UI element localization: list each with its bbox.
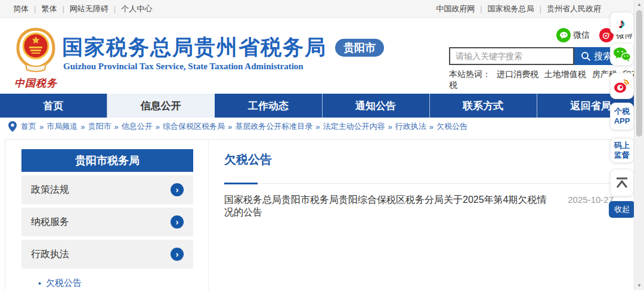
city-badge[interactable]: 贵阳市 <box>335 39 384 57</box>
breadcrumb-item[interactable]: 市局频道 <box>47 121 78 132</box>
chevron-right-icon: › <box>171 215 184 229</box>
chevron-right-icon: › <box>171 248 184 261</box>
breadcrumb-item[interactable]: 欠税公告 <box>436 121 467 132</box>
nav-item-notices[interactable]: 通知公告 <box>323 94 430 118</box>
vertical-scrollbar[interactable]: ▲ ▼ <box>634 0 644 290</box>
national-emblem-icon <box>13 26 59 73</box>
hot-words-label: 本站热词： <box>449 69 491 79</box>
link-personal-center[interactable]: 个人中心 <box>121 4 152 14</box>
breadcrumb-item[interactable]: 法定主动公开内容 <box>323 121 385 132</box>
bullet-icon: • <box>38 279 41 288</box>
breadcrumb-separator: » <box>228 122 232 131</box>
top-utility-bar: 简体 | 繁体 | 网站无障碍 | 个人中心 中国政府网 | 国家税务总局 | … <box>0 0 644 18</box>
breadcrumb: 首页 » 市局频道 » 贵阳市 » 信息公开 » 综合保税区税务局 » 基层政务… <box>8 121 467 132</box>
search-input[interactable] <box>449 47 574 65</box>
chevron-right-icon: › <box>171 183 184 196</box>
sidebar-item-label: 纳税服务 <box>31 216 69 229</box>
scrollbar-down-arrow[interactable]: ▼ <box>634 283 644 288</box>
sidebar-item-label: 政策法规 <box>31 184 69 196</box>
topbar-divider: | <box>480 4 482 13</box>
breadcrumb-item[interactable]: 信息公开 <box>122 121 153 132</box>
topbar-left-links: 简体 | 繁体 | 网站无障碍 | 个人中心 <box>13 4 152 14</box>
sidebar: 贵阳市税务局 政策法规 › 纳税服务 › 行政执法 › • 欠税公告 <box>21 149 193 289</box>
site-header: 中国税务 国家税务总局贵州省税务局 贵阳市 Guizhou Provincial… <box>0 18 644 94</box>
page: 简体 | 繁体 | 网站无障碍 | 个人中心 中国政府网 | 国家税务总局 | … <box>0 0 644 290</box>
breadcrumb-separator: » <box>156 122 160 131</box>
sidebar-item-label: 行政执法 <box>31 248 69 261</box>
nav-item-info-disclosure[interactable]: 信息公开 <box>107 94 215 118</box>
topbar-divider: | <box>540 4 541 13</box>
nav-item-home[interactable]: 首页 <box>0 94 107 118</box>
douyin-widget[interactable]: ♪ <box>610 12 634 35</box>
collapse-button[interactable]: 收起 <box>609 201 635 218</box>
search-bar: 搜索 <box>449 47 618 65</box>
nav-item-contact[interactable]: 联系方式 <box>430 94 537 118</box>
personal-tax-app-label: 个税APP <box>613 107 631 125</box>
breadcrumb-item[interactable]: 基层政务公开标准目录 <box>235 121 312 132</box>
column-divider <box>208 140 209 290</box>
scrollbar-thumb[interactable] <box>636 10 642 137</box>
magnifier-icon <box>581 51 591 61</box>
article-list-item[interactable]: 国家税务总局贵阳市税务局贵阳综合保税区税务分局关于2025年第4期欠税情况的公告… <box>224 194 614 219</box>
sidebar-title: 贵阳市税务局 <box>21 149 193 172</box>
link-china-gov[interactable]: 中国政府网 <box>436 4 475 14</box>
topbar-right-links: 中国政府网 | 国家税务总局 | 贵州省人民政府 <box>436 4 601 14</box>
site-title: 国家税务总局贵州省税务局 <box>62 33 327 61</box>
weibo-icon <box>613 78 631 94</box>
main-content: 欠税公告 国家税务总局贵阳市税务局贵阳综合保税区税务分局关于2025年第4期欠税… <box>224 140 614 219</box>
breadcrumb-separator: » <box>80 122 85 131</box>
scrollbar-up-arrow[interactable]: ▲ <box>634 2 644 7</box>
article-title[interactable]: 国家税务总局贵阳市税务局贵阳综合保税区税务分局关于2025年第4期欠税情况的公告 <box>224 194 556 219</box>
search-button-label: 搜索 <box>594 51 612 62</box>
topbar-divider: | <box>62 4 64 13</box>
main-nav: 首页 信息公开 工作动态 通知公告 联系方式 返回省局 <box>0 94 644 118</box>
sidebar-subitem-tax-arrears-notice[interactable]: • 欠税公告 <box>21 277 193 289</box>
douyin-icon: ♪ <box>618 17 626 30</box>
sidebar-item-administrative-enforcement[interactable]: 行政执法 › <box>21 240 193 269</box>
breadcrumb-item[interactable]: 综合保税区税务局 <box>163 121 225 132</box>
wechat-icon[interactable] <box>556 28 571 42</box>
weibo-widget[interactable] <box>610 73 634 99</box>
location-pin-icon <box>8 121 17 132</box>
breadcrumb-item[interactable]: 行政执法 <box>395 121 426 132</box>
link-guizhou-gov[interactable]: 贵州省人民政府 <box>547 4 601 14</box>
topbar-divider: | <box>114 4 116 13</box>
breadcrumb-separator: » <box>114 122 118 131</box>
sidebar-item-tax-services[interactable]: 纳税服务 › <box>21 208 193 236</box>
breadcrumb-item[interactable]: 贵阳市 <box>88 121 111 132</box>
code-supervision-widget[interactable]: 码上监督 <box>610 138 634 163</box>
sidebar-item-policies[interactable]: 政策法规 › <box>21 175 193 204</box>
nav-item-work-dynamics[interactable]: 工作动态 <box>215 94 322 118</box>
page-title: 欠税公告 <box>224 152 614 168</box>
back-to-top-icon <box>614 176 630 189</box>
breadcrumb-separator: » <box>39 122 44 131</box>
breadcrumb-separator: » <box>429 122 434 131</box>
breadcrumb-separator: » <box>315 122 320 131</box>
sidebar-subitem-label: 欠税公告 <box>46 277 82 289</box>
breadcrumb-separator: » <box>388 122 392 131</box>
code-supervision-label: 码上监督 <box>613 141 631 159</box>
tax-emblem-logo: 中国税务 <box>11 26 61 90</box>
link-traditional-chinese[interactable]: 繁体 <box>41 4 57 14</box>
logo-caption: 中国税务 <box>11 76 61 90</box>
content-box: 贵阳市税务局 政策法规 › 纳税服务 › 行政执法 › • 欠税公告 欠税公告 … <box>5 139 638 290</box>
wechat-widget[interactable] <box>610 43 634 66</box>
hot-word[interactable]: 土地增值税 <box>544 69 586 79</box>
wechat-label[interactable]: 微信 <box>573 30 590 41</box>
wechat-icon <box>613 47 631 62</box>
link-simplified-chinese[interactable]: 简体 <box>13 4 29 14</box>
title-divider <box>224 182 614 184</box>
link-state-tax-admin[interactable]: 国家税务总局 <box>488 4 534 14</box>
hot-word[interactable]: 进口消费税 <box>497 69 538 79</box>
back-to-top-button[interactable] <box>610 169 634 196</box>
personal-tax-app-widget[interactable]: 个税APP <box>610 103 634 130</box>
topbar-divider: | <box>34 4 36 13</box>
link-accessibility[interactable]: 网站无障碍 <box>70 4 109 14</box>
breadcrumb-item[interactable]: 首页 <box>21 121 36 132</box>
site-subtitle-english: Guizhou Provincial Tax Service, State Ta… <box>63 61 304 72</box>
article-date: 2025-10-27 <box>568 195 614 205</box>
